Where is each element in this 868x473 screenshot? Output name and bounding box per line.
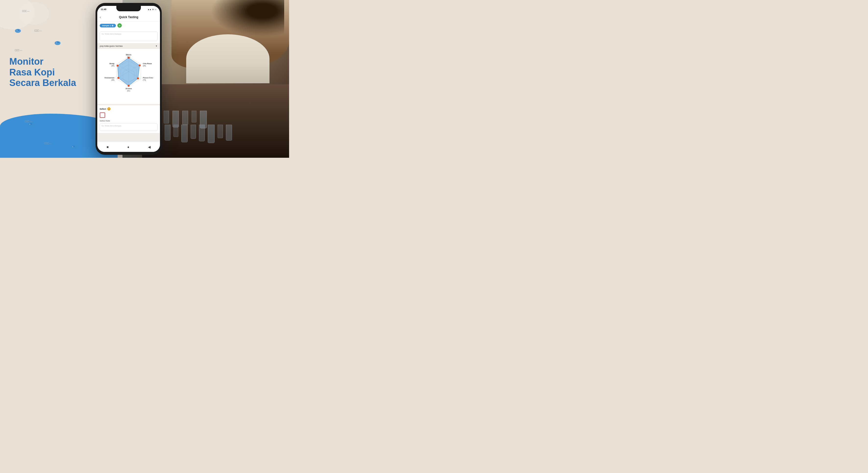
shell-icon-4 bbox=[70, 145, 77, 151]
defect-label-row: Defect ? bbox=[100, 107, 158, 111]
back-button[interactable]: ‹ bbox=[100, 15, 101, 19]
radar-chart: Manis (91) Cita Rasa (85) Pasca Cecap (7… bbox=[104, 52, 153, 101]
squiggle-3: CCC — bbox=[15, 49, 22, 52]
tab-row: Sample 1 + bbox=[97, 22, 160, 29]
svg-text:(91): (91) bbox=[127, 90, 130, 92]
top-input-placeholder: Ex: Terlalu lama disangrai bbox=[102, 33, 121, 35]
headline-block: Monitor Rasa Kopi Secara Berkala bbox=[9, 56, 76, 88]
form-section-header[interactable]: (3/3) FORM QUICK TASTING ▼ bbox=[97, 43, 160, 49]
headline-line-2: Rasa Kopi bbox=[9, 67, 76, 78]
squiggle-5: CCC — bbox=[44, 142, 51, 145]
squiggle-1: CCC — bbox=[22, 10, 29, 12]
question-mark: ? bbox=[108, 108, 110, 110]
squiggle-2: CCC — bbox=[34, 29, 41, 32]
section-header-label: (3/3) FORM QUICK TASTING bbox=[100, 45, 123, 47]
svg-text:(79): (79) bbox=[143, 79, 146, 81]
svg-text:Aroma: Aroma bbox=[125, 88, 132, 90]
defect-checkbox[interactable] bbox=[100, 113, 105, 118]
section-chevron-icon: ▼ bbox=[155, 45, 158, 47]
top-text-input[interactable]: Ex: Terlalu lama disangrai bbox=[100, 31, 158, 41]
phone-screen: 11:40 ▲▲ ⊛ ▭ ‹ Quick Tasting Sample 1 bbox=[97, 6, 160, 152]
phone-shell: 11:40 ▲▲ ⊛ ▭ ‹ Quick Tasting Sample 1 bbox=[96, 3, 162, 155]
headline-line-1: Monitor bbox=[9, 56, 76, 67]
sample-dot bbox=[112, 25, 114, 27]
svg-text:Body: Body bbox=[110, 62, 115, 65]
svg-text:(85): (85) bbox=[112, 79, 115, 81]
radar-chart-area: Manis (91) Cita Rasa (85) Pasca Cecap (7… bbox=[97, 49, 160, 104]
defect-note-placeholder: Ex: Terlalu lama disangrai bbox=[102, 125, 121, 127]
signal-icon: ▲▲ bbox=[148, 8, 151, 10]
bottom-nav: ■ ● ◀ bbox=[97, 141, 160, 152]
shell-icon-2 bbox=[54, 40, 61, 47]
home-nav-icon[interactable]: ■ bbox=[106, 145, 108, 149]
defect-label: Defect bbox=[100, 108, 106, 110]
svg-point-5 bbox=[29, 124, 30, 125]
scroll-content: Ex: Terlalu lama disangrai (3/3) FORM QU… bbox=[97, 29, 160, 141]
svg-text:Keasaman: Keasaman bbox=[104, 77, 115, 79]
phone-mockup: 11:40 ▲▲ ⊛ ▭ ‹ Quick Tasting Sample 1 bbox=[96, 3, 162, 155]
svg-point-1 bbox=[17, 30, 18, 31]
defect-section: Defect ? Defect Note Ex: Terlalu lama di… bbox=[97, 105, 160, 133]
phone-notch bbox=[116, 6, 141, 11]
defect-note-input[interactable]: Ex: Terlalu lama disangrai bbox=[100, 123, 158, 131]
wifi-icon: ⊛ bbox=[152, 8, 154, 10]
shell-icon-3 bbox=[27, 122, 34, 129]
app-header: ‹ Quick Tasting bbox=[97, 13, 160, 22]
sample-1-tab[interactable]: Sample 1 bbox=[100, 24, 116, 27]
svg-point-3 bbox=[56, 42, 57, 43]
headline-line-3: Secara Berkala bbox=[9, 77, 76, 88]
svg-text:(85): (85) bbox=[143, 65, 146, 67]
svg-point-17 bbox=[139, 64, 141, 66]
svg-point-7 bbox=[72, 146, 73, 147]
top-input-area: Ex: Terlalu lama disangrai bbox=[97, 29, 160, 43]
back-nav-icon[interactable]: ◀ bbox=[148, 145, 151, 149]
svg-text:(85): (85) bbox=[112, 65, 115, 67]
svg-point-18 bbox=[137, 77, 139, 80]
help-icon[interactable]: ? bbox=[107, 107, 111, 111]
add-icon: + bbox=[119, 24, 121, 27]
sample-tab-label: Sample 1 bbox=[102, 25, 111, 27]
svg-point-21 bbox=[117, 65, 119, 67]
add-sample-button[interactable]: + bbox=[117, 23, 122, 28]
svg-text:Cita Rasa: Cita Rasa bbox=[143, 62, 152, 65]
hair-shadow bbox=[211, 0, 284, 37]
defect-note-label: Defect Note bbox=[100, 120, 158, 122]
svg-text:(91): (91) bbox=[127, 56, 130, 58]
svg-text:Pasca Cecap: Pasca Cecap bbox=[143, 77, 153, 79]
app-title: Quick Tasting bbox=[119, 15, 138, 19]
svg-text:Manis: Manis bbox=[126, 54, 131, 56]
status-icons: ▲▲ ⊛ ▭ bbox=[148, 8, 157, 10]
circle-nav-icon[interactable]: ● bbox=[127, 145, 129, 149]
shell-icon-1 bbox=[14, 28, 22, 35]
svg-point-19 bbox=[128, 85, 130, 87]
battery-icon: ▭ bbox=[155, 8, 157, 10]
svg-point-20 bbox=[117, 77, 119, 79]
status-time: 11:40 bbox=[101, 8, 106, 10]
